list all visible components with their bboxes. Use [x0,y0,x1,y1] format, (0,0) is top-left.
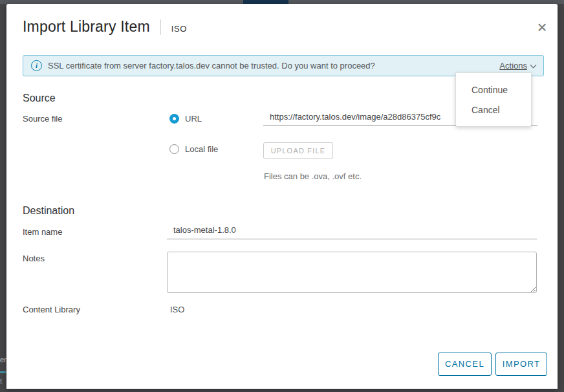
menu-item-continue[interactable]: Continue [456,80,531,100]
chevron-down-icon [530,61,537,68]
destination-section-heading: Destination [23,205,74,217]
background-accent-line [0,371,6,373]
notes-label: Notes [23,254,45,263]
info-icon: i [31,60,42,71]
file-types-hint: Files can be .ova, .ovf etc. [264,171,362,181]
notes-textarea[interactable] [167,252,537,293]
content-library-value: ISO [170,305,184,314]
dialog-title: Import Library Item [23,18,150,36]
menu-item-cancel[interactable]: Cancel [456,100,531,120]
close-icon[interactable]: × [533,18,551,36]
dialog-subtitle: ISO [171,24,187,34]
import-button[interactable]: IMPORT [495,353,547,376]
local-file-radio-label[interactable]: Local file [185,144,218,154]
import-library-item-dialog: × Import Library Item ISO i SSL certific… [6,4,558,389]
item-name-input[interactable] [167,225,537,239]
actions-dropdown-toggle[interactable]: Actions [499,61,536,71]
source-file-label: Source file [23,114,62,124]
cancel-button[interactable]: CANCEL [438,353,492,376]
item-name-label: Item name [23,227,62,237]
upload-file-button[interactable]: UPLOAD FILE [263,142,333,159]
content-library-label: Content Library [23,305,80,314]
background-text-fragment: t [0,378,6,385]
source-section-heading: Source [23,93,56,104]
url-radio-label[interactable]: URL [185,114,202,124]
title-divider [160,19,161,35]
local-file-radio[interactable] [169,144,179,154]
actions-menu: Continue Cancel [455,72,532,127]
background-text-fragment: er [0,356,6,364]
dialog-header: Import Library Item ISO [23,18,187,36]
banner-message: SSL certificate from server factory.talo… [48,61,375,71]
url-radio[interactable] [169,114,179,124]
actions-label: Actions [499,61,527,71]
